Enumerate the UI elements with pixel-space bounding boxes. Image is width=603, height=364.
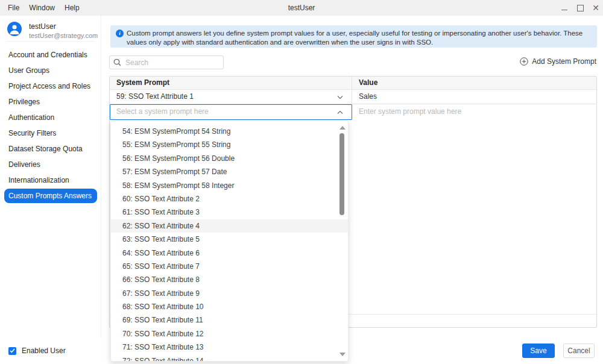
dropdown-option[interactable]: 60: SSO Text Attribute 2 xyxy=(111,192,348,206)
titlebar: File Window Help testUser ✕ xyxy=(0,0,603,16)
dropdown-option[interactable]: 71: SSO Text Attribute 13 xyxy=(111,340,348,354)
column-header-value: Value xyxy=(352,77,596,89)
value-row1-text: Sales xyxy=(359,92,377,101)
enabled-user-label: Enabled User xyxy=(22,347,66,355)
menu-help[interactable]: Help xyxy=(60,4,84,12)
dropdown-option[interactable]: 61: SSO Text Attribute 3 xyxy=(111,206,348,219)
add-system-prompt-button[interactable]: Add System Prompt xyxy=(520,57,596,66)
window-title: testUser xyxy=(0,4,603,12)
user-meta: testUser testUser@strategy.com xyxy=(29,22,98,40)
sidebar-item-internationalization[interactable]: Internationalization xyxy=(0,172,101,188)
sidebar-item-account-and-credentials[interactable]: Account and Credentials xyxy=(0,47,101,63)
menubar: File Window Help xyxy=(0,4,84,12)
menu-window[interactable]: Window xyxy=(24,4,60,12)
dropdown-option[interactable]: 72: SSO Text Attribute 14 xyxy=(111,354,348,362)
scroll-up-icon[interactable] xyxy=(339,126,346,130)
user-avatar-icon xyxy=(7,22,22,36)
info-banner-text: Custom prompt answers let you define sys… xyxy=(127,30,582,46)
dropdown-option[interactable]: 63: SSO Text Attribute 5 xyxy=(111,233,348,246)
chevron-down-icon xyxy=(337,95,343,99)
value-row2-placeholder: Enter system prompt value here xyxy=(359,107,461,116)
dropdown-option[interactable]: 64: SSO Text Attribute 6 xyxy=(111,246,348,260)
dropdown-option[interactable]: 54: ESM SystemPrompt 54 String xyxy=(111,125,348,138)
sidebar-item-security-filters[interactable]: Security Filters xyxy=(0,125,101,141)
table-row: 59: SSO Text Attribute 1 Sales xyxy=(110,90,596,104)
cancel-button[interactable]: Cancel xyxy=(563,344,595,358)
dropdown-option[interactable]: 58: ESM SystemPrompt 58 Integer xyxy=(111,179,348,192)
menu-file[interactable]: File xyxy=(3,4,24,12)
info-banner: i Custom prompt answers let you define s… xyxy=(110,25,597,48)
search-icon xyxy=(113,58,121,66)
scroll-down-icon[interactable] xyxy=(339,353,346,356)
scrollbar-thumb[interactable] xyxy=(339,133,344,215)
table-row: Select a system prompt here Enter system… xyxy=(110,104,596,120)
search-input[interactable] xyxy=(125,58,219,67)
enabled-user-control: Enabled User xyxy=(8,347,66,355)
user-name: testUser xyxy=(29,22,98,31)
dropdown-option[interactable]: 70: SSO Text Attribute 12 xyxy=(111,327,348,340)
plus-circle-icon xyxy=(520,57,528,66)
minimize-icon[interactable] xyxy=(561,4,568,11)
table-header-row: System Prompt Value xyxy=(110,77,596,90)
sidebar-divider xyxy=(7,41,95,42)
sidebar-nav: Account and Credentials User Groups Proj… xyxy=(0,47,101,204)
dropdown-option[interactable]: 69: SSO Text Attribute 11 xyxy=(111,313,348,327)
prompt-select-row2-placeholder: Select a system prompt here xyxy=(116,107,209,116)
enabled-user-checkbox[interactable] xyxy=(8,347,16,355)
dropdown-option-highlighted[interactable]: 62: SSO Text Attribute 4 xyxy=(111,219,348,233)
prompt-select-row1-value: 59: SSO Text Attribute 1 xyxy=(116,92,194,101)
user-block: testUser testUser@strategy.com xyxy=(7,22,98,40)
system-prompt-dropdown: 54: ESM SystemPrompt 54 String 55: ESM S… xyxy=(110,121,349,362)
dropdown-option[interactable]: 67: SSO Text Attribute 9 xyxy=(111,287,348,300)
sidebar-item-custom-prompts-answers[interactable]: Custom Prompts Answers xyxy=(4,189,97,203)
user-email: testUser@strategy.com xyxy=(29,31,98,40)
prompt-select-row2[interactable]: Select a system prompt here xyxy=(110,104,352,120)
sidebar-item-deliveries[interactable]: Deliveries xyxy=(0,157,101,172)
checkmark-icon xyxy=(10,348,15,353)
search-box xyxy=(109,55,224,69)
maximize-icon[interactable] xyxy=(576,4,584,11)
info-icon: i xyxy=(116,30,124,37)
sidebar: testUser testUser@strategy.com Account a… xyxy=(0,16,101,337)
column-header-system-prompt: System Prompt xyxy=(110,77,352,89)
sidebar-item-dataset-storage-quota[interactable]: Dataset Storage Quota xyxy=(0,141,101,157)
window-controls: ✕ xyxy=(561,0,599,16)
sidebar-item-authentication[interactable]: Authentication xyxy=(0,110,101,125)
value-input-row1[interactable]: Sales xyxy=(352,90,596,104)
dropdown-option[interactable]: 55: ESM SystemPrompt 55 String xyxy=(111,138,348,151)
sidebar-item-project-access-and-roles[interactable]: Project Access and Roles xyxy=(0,78,101,94)
value-input-row2[interactable]: Enter system prompt value here xyxy=(352,104,596,120)
dropdown-option[interactable]: 66: SSO Text Attribute 8 xyxy=(111,273,348,286)
save-button[interactable]: Save xyxy=(522,344,555,358)
dropdown-option[interactable]: 56: ESM SystemPrompt 56 Double xyxy=(111,152,348,165)
dropdown-option[interactable]: 57: ESM SystemPrompt 57 Date xyxy=(111,165,348,178)
dropdown-scrollbar[interactable] xyxy=(338,124,346,359)
dropdown-option[interactable]: 65: SSO Text Attribute 7 xyxy=(111,260,348,273)
close-icon[interactable]: ✕ xyxy=(592,4,599,11)
add-system-prompt-label: Add System Prompt xyxy=(532,57,596,66)
dropdown-option[interactable]: 68: SSO Text Attribute 10 xyxy=(111,300,348,313)
prompt-select-row1[interactable]: 59: SSO Text Attribute 1 xyxy=(110,90,352,104)
app-window: File Window Help testUser ✕ testUser tes… xyxy=(0,0,603,364)
chevron-up-icon xyxy=(337,110,343,115)
sidebar-item-privileges[interactable]: Privileges xyxy=(0,94,101,110)
sidebar-item-user-groups[interactable]: User Groups xyxy=(0,63,101,78)
